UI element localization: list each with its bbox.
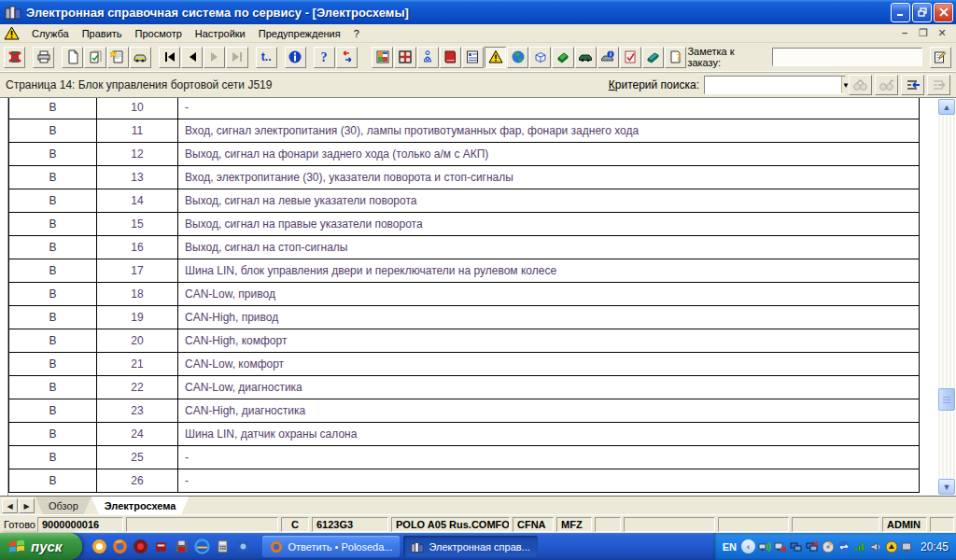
table-row[interactable]: B12Выход, сигнал на фонари заднего хода …	[9, 143, 920, 166]
table-row[interactable]: B25-	[9, 446, 920, 469]
app-blue-icon[interactable]	[235, 539, 251, 554]
vertical-scrollbar[interactable]: ▲ ▼	[938, 99, 955, 495]
table-row[interactable]: B14Выход, сигнал на левые указатели пово…	[9, 189, 920, 213]
last-record-button[interactable]	[226, 47, 247, 68]
eraser-button[interactable]	[552, 47, 573, 68]
scrollbar-thumb[interactable]	[938, 388, 955, 411]
media-player-icon[interactable]	[133, 539, 148, 554]
car-green-button[interactable]	[575, 47, 597, 68]
list-insert-button[interactable]	[901, 75, 924, 95]
dual-monitor-icon[interactable]	[790, 540, 803, 553]
remote-access-icon[interactable]	[837, 540, 851, 553]
checklist-button[interactable]	[620, 47, 641, 68]
menu-item-service[interactable]: Служба	[25, 26, 76, 41]
network-signal-icon[interactable]	[758, 540, 771, 553]
display-icon[interactable]	[901, 540, 914, 553]
menu-item-help[interactable]: ?	[347, 26, 366, 41]
order-note-input[interactable]	[772, 48, 922, 66]
vehicle-button[interactable]	[130, 47, 151, 68]
volume-icon[interactable]	[869, 540, 882, 553]
scroll-up-button[interactable]: ▲	[938, 99, 955, 115]
table-row[interactable]: B26-	[9, 469, 920, 493]
window-grid-icon	[375, 49, 390, 64]
table-cell: Вход, сигнал электропитания (30), лампы …	[178, 119, 920, 143]
table-row[interactable]: B17Шина LIN, блок управления двери и пер…	[9, 259, 920, 283]
close-button[interactable]	[934, 3, 953, 22]
wifi-icon[interactable]	[853, 540, 866, 553]
globe-button[interactable]	[507, 47, 528, 68]
calculator-icon[interactable]	[215, 539, 231, 554]
messenger-icon[interactable]	[91, 539, 107, 554]
alert-icon[interactable]	[885, 540, 898, 553]
note-edit-button[interactable]	[930, 47, 951, 68]
print-button[interactable]	[33, 47, 54, 68]
table-row[interactable]: B15Выход, сигнал на правые указатели пов…	[9, 213, 920, 236]
internet-explorer-icon[interactable]	[194, 539, 210, 554]
language-indicator[interactable]: EN	[723, 541, 737, 553]
table-row[interactable]: B19CAN-High, привод	[9, 306, 920, 329]
warnings-button[interactable]	[485, 47, 506, 68]
table-row[interactable]: B22CAN-Low, диагностика	[9, 376, 920, 399]
customers-button[interactable]	[417, 47, 439, 68]
parts-window-button[interactable]	[372, 47, 393, 68]
search-criteria-combobox[interactable]: ▼	[704, 76, 846, 94]
taskbar-item-browser[interactable]: Ответить • Poloseda...	[262, 536, 400, 557]
box-button[interactable]	[529, 47, 551, 68]
list-next-button[interactable]	[927, 75, 950, 95]
taskbar-item-elsa[interactable]: Электронная справ...	[403, 536, 537, 557]
prev-record-button[interactable]	[181, 47, 203, 68]
tab-overview[interactable]: Обзор	[35, 497, 91, 514]
table-row[interactable]: B23CAN-High, диагностика	[9, 399, 920, 423]
first-record-button[interactable]	[159, 47, 180, 68]
tab-scroll-right-button[interactable]: ▶	[19, 498, 35, 513]
car-info-button[interactable]	[598, 47, 619, 68]
firefox-icon[interactable]	[112, 539, 128, 554]
info-button[interactable]	[285, 47, 306, 68]
table-row[interactable]: B16Выход, сигнал на стоп-сигналы	[9, 236, 920, 259]
app-red-icon[interactable]	[153, 539, 169, 554]
new-note-button[interactable]	[107, 47, 129, 68]
menu-item-view[interactable]: Просмотр	[129, 26, 189, 41]
red-grid-button[interactable]	[394, 47, 415, 68]
exit-icon	[7, 49, 22, 64]
document-list-button[interactable]	[462, 47, 484, 68]
restore-button[interactable]	[912, 3, 932, 22]
mdi-minimize-button[interactable]: –	[898, 27, 911, 39]
table-cell: 14	[97, 189, 178, 213]
mdi-restore-button[interactable]: ❐	[917, 27, 930, 39]
floppy-save-icon[interactable]	[174, 539, 190, 554]
tab-electroscheme[interactable]: Электросхема	[91, 497, 190, 514]
table-row[interactable]: B24Шина LIN, датчик охраны салона	[9, 423, 920, 446]
table-row[interactable]: B10-	[9, 98, 920, 119]
swap-button[interactable]	[336, 47, 358, 68]
manual-button[interactable]	[440, 47, 461, 68]
tray-collapse-button[interactable]: ‹	[741, 539, 755, 553]
new-document-button[interactable]	[62, 47, 83, 68]
mdi-close-button[interactable]: ✕	[935, 27, 949, 39]
menu-item-edit[interactable]: Править	[76, 26, 129, 41]
tools-button[interactable]	[642, 47, 664, 68]
exit-button[interactable]	[4, 47, 25, 68]
network-error-icon[interactable]	[774, 540, 787, 553]
tab-scroll-left-button[interactable]: ◀	[2, 498, 18, 513]
table-row[interactable]: B11Вход, сигнал электропитания (30), лам…	[9, 119, 920, 143]
document-question-button[interactable]: ?	[665, 47, 686, 68]
network-error2-icon[interactable]	[806, 540, 819, 553]
t-button[interactable]: t..	[256, 47, 277, 68]
help-button[interactable]: ?	[314, 47, 335, 68]
search-forward-button[interactable]	[875, 75, 898, 95]
search-back-button[interactable]	[849, 75, 872, 95]
table-row[interactable]: B13Вход, электропитание (30), указатели …	[9, 166, 920, 189]
menu-item-warnings[interactable]: Предупреждения	[252, 26, 347, 41]
next-record-button[interactable]	[204, 47, 225, 68]
menu-item-settings[interactable]: Настройки	[189, 26, 252, 41]
scroll-down-button[interactable]: ▼	[938, 479, 955, 495]
table-row[interactable]: B18CAN-Low, привод	[9, 283, 920, 306]
table-row[interactable]: B21CAN-Low, комфорт	[9, 353, 920, 376]
search-input[interactable]	[705, 77, 841, 92]
minimize-button[interactable]	[891, 3, 910, 22]
disc-icon[interactable]	[822, 540, 835, 553]
edit-document-button[interactable]	[84, 47, 105, 68]
start-button[interactable]: пуск	[0, 533, 82, 560]
table-row[interactable]: B20CAN-High, комфорт	[9, 329, 920, 353]
